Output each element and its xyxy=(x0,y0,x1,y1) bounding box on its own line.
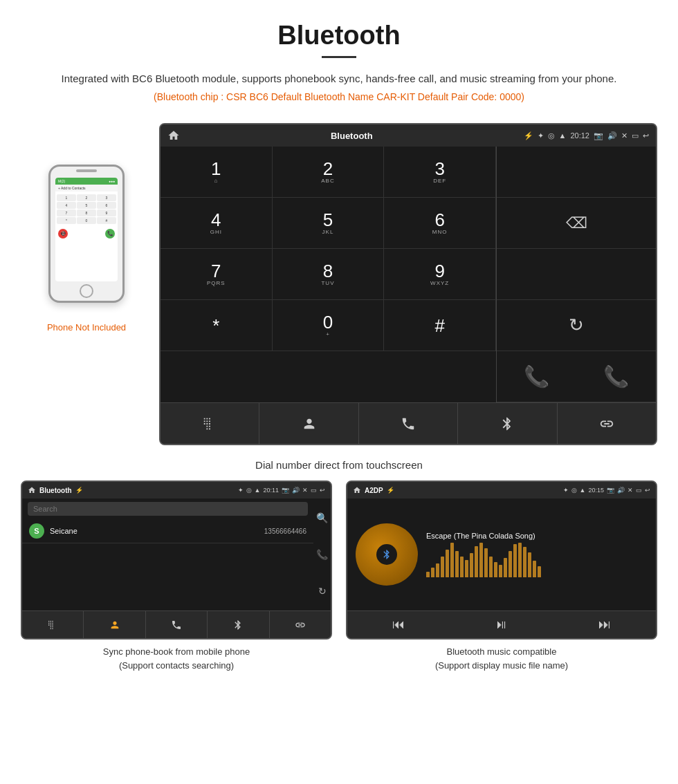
pb-contacts-tab[interactable] xyxy=(84,611,145,638)
pb-content: S Seicane 13566664466 xyxy=(22,498,313,610)
pb-search-input[interactable] xyxy=(28,502,308,516)
skip-forward-button[interactable]: ⏭ xyxy=(598,617,611,632)
contacts-tab[interactable] xyxy=(259,403,358,444)
dial-key-2[interactable]: 2 ABC xyxy=(273,147,385,198)
dialpad-tab[interactable] xyxy=(161,403,259,444)
vis-bar xyxy=(446,550,449,577)
music-info-area: Escape (The Pina Colada Song) xyxy=(426,532,648,577)
pb-signal-icon: ▲ xyxy=(255,487,261,494)
dial-key-5[interactable]: 5 JKL xyxy=(273,198,385,249)
skip-back-button[interactable]: ⏮ xyxy=(392,617,405,632)
vis-bar xyxy=(508,551,512,577)
vis-bar xyxy=(489,557,493,577)
vis-bar xyxy=(460,557,464,577)
dial-key-4[interactable]: 4 GHI xyxy=(161,198,273,249)
page-specs: (Bluetooth chip : CSR BC6 Default Blueto… xyxy=(42,91,636,102)
music-main-area: Escape (The Pina Colada Song) xyxy=(347,498,656,610)
vis-bar xyxy=(450,543,454,577)
calls-tab[interactable] xyxy=(359,403,458,444)
pb-close-icon: ✕ xyxy=(302,487,308,494)
dialpad-screen-title: Bluetooth xyxy=(331,131,373,141)
vis-bar xyxy=(494,562,497,577)
pb-phone-tab[interactable] xyxy=(146,611,208,638)
phone-illustration: M(2) ●●● + Add to Contacts 1 2 3 4 5 6 7 xyxy=(42,165,131,317)
time-display: 20:12 xyxy=(570,131,589,140)
close-icon: ✕ xyxy=(621,131,627,140)
contacts-icon xyxy=(302,416,317,431)
vis-bar xyxy=(523,547,526,577)
vis-bar xyxy=(513,544,517,577)
music-signal-icon: ▲ xyxy=(580,487,586,494)
phone-container: M(2) ●●● + Add to Contacts 1 2 3 4 5 6 7 xyxy=(21,123,152,333)
back-icon: ↩ xyxy=(643,131,649,140)
display-number-area xyxy=(497,147,656,198)
music-status-left: A2DP ⚡ xyxy=(353,486,394,494)
pb-phone-icon xyxy=(171,619,182,631)
volume-icon: 🔊 xyxy=(607,131,617,140)
pb-contact-number: 13566664466 xyxy=(264,528,306,535)
pb-bt-icon: ✦ xyxy=(238,487,244,494)
pb-search-row xyxy=(22,498,313,519)
pb-status-bar: Bluetooth ⚡ ✦ ◎ ▲ 20:11 📷 🔊 ✕ ▭ ↩ xyxy=(22,482,331,498)
bottom-row: Bluetooth ⚡ ✦ ◎ ▲ 20:11 📷 🔊 ✕ ▭ ↩ xyxy=(0,480,678,675)
dialpad-status-bar: Bluetooth ⚡ ✦ ◎ ▲ 20:12 📷 🔊 ✕ ▭ ↩ xyxy=(161,124,656,147)
dial-key-9[interactable]: 9 WXYZ xyxy=(384,249,496,300)
pb-search-icon[interactable]: 🔍 xyxy=(316,512,328,523)
dialpad-icon xyxy=(202,416,217,431)
pb-sync-icon[interactable]: ↻ xyxy=(318,586,327,597)
backspace-button[interactable]: ⌫ xyxy=(497,198,656,249)
dial-key-star[interactable]: * xyxy=(161,300,273,351)
music-album-art xyxy=(356,523,418,586)
vis-bar xyxy=(431,568,434,577)
page-title: Bluetooth xyxy=(42,21,636,50)
phone-screen-subheader: + Add to Contacts xyxy=(55,185,118,192)
usb-icon: ⚡ xyxy=(524,131,533,140)
pb-dialpad-tab[interactable] xyxy=(22,611,84,638)
phonebook-section: Bluetooth ⚡ ✦ ◎ ▲ 20:11 📷 🔊 ✕ ▭ ↩ xyxy=(21,480,332,675)
phone-body: M(2) ●●● + Add to Contacts 1 2 3 4 5 6 7 xyxy=(48,165,125,303)
camera-icon: 📷 xyxy=(594,131,603,140)
pb-contact-row[interactable]: S Seicane 13566664466 xyxy=(22,519,313,543)
call-button[interactable]: 📞 xyxy=(524,364,549,389)
vis-bar xyxy=(426,572,430,577)
music-section: A2DP ⚡ ✦ ◎ ▲ 20:15 📷 🔊 ✕ ▭ ↩ xyxy=(346,480,657,675)
music-device: A2DP ⚡ ✦ ◎ ▲ 20:15 📷 🔊 ✕ ▭ ↩ xyxy=(346,480,657,640)
music-usb-icon: ⚡ xyxy=(387,487,394,494)
location-icon: ◎ xyxy=(548,131,555,140)
dial-key-0[interactable]: 0 + xyxy=(273,300,385,351)
dial-key-8[interactable]: 8 TUV xyxy=(273,249,385,300)
page-header: Bluetooth Integrated with BC6 Bluetooth … xyxy=(0,0,678,123)
bluetooth-status-icon: ✦ xyxy=(538,131,544,140)
dial-key-1[interactable]: 1 ⌂ xyxy=(161,147,273,198)
pb-contacts-icon xyxy=(109,619,120,631)
vis-bar xyxy=(484,548,488,577)
pb-home-icon xyxy=(28,486,36,494)
settings-tab[interactable] xyxy=(558,403,656,444)
dial-key-6[interactable]: 6 MNO xyxy=(384,198,496,249)
bluetooth-icon xyxy=(500,416,515,431)
pb-contact-avatar: S xyxy=(29,523,44,539)
bluetooth-tab[interactable] xyxy=(458,403,557,444)
end-call-button[interactable]: 📞 xyxy=(603,364,629,389)
play-pause-button[interactable]: ⏯ xyxy=(495,617,508,632)
vis-bar xyxy=(436,563,439,577)
sync-button[interactable]: ↻ xyxy=(497,300,656,351)
music-bluetooth-icon xyxy=(381,549,392,560)
vis-bar xyxy=(518,543,522,577)
pb-call-icon[interactable]: 📞 xyxy=(316,549,328,560)
pb-link-tab[interactable] xyxy=(270,611,331,638)
dial-key-7[interactable]: 7 PQRS xyxy=(161,249,273,300)
vis-bar xyxy=(538,566,541,577)
vis-bar xyxy=(441,557,444,577)
music-camera-icon: 📷 xyxy=(607,487,614,494)
signal-icon: ▲ xyxy=(559,131,567,140)
music-loc-icon: ◎ xyxy=(571,487,577,494)
dialpad-bottom-bar xyxy=(161,402,656,444)
dial-key-3[interactable]: 3 DEF xyxy=(384,147,496,198)
dial-key-hash[interactable]: # xyxy=(384,300,496,351)
pb-vol-icon: 🔊 xyxy=(292,487,300,494)
vis-bar xyxy=(533,561,536,577)
pb-bluetooth-tab[interactable] xyxy=(208,611,269,638)
phone-speaker xyxy=(76,169,97,172)
pb-right-icons: 🔍 📞 ↻ xyxy=(313,498,331,610)
